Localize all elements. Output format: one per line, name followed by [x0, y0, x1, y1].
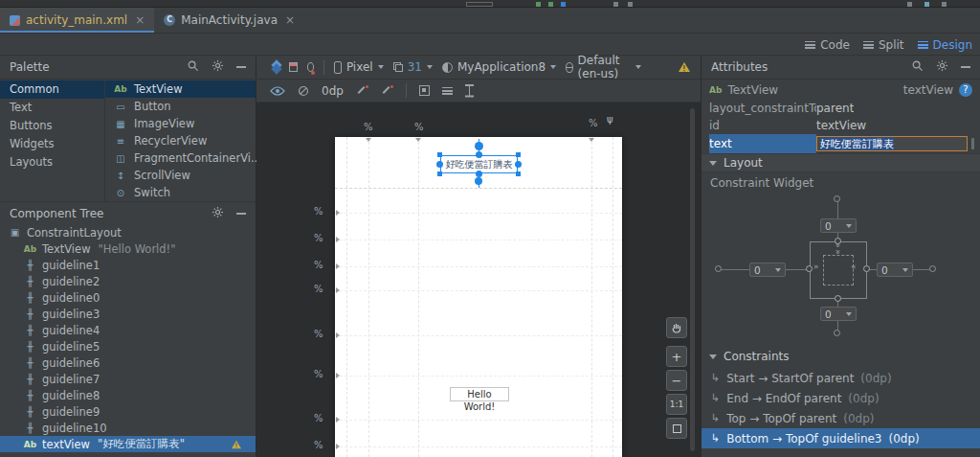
margin-top-dropdown[interactable]: 0 — [820, 218, 857, 233]
tree-item-guideline9[interactable]: ╫guideline9 — [0, 403, 256, 420]
parent-top-anchor[interactable] — [834, 195, 840, 202]
search-icon[interactable] — [187, 59, 199, 75]
guideline-percent-marker[interactable]: % — [314, 233, 323, 243]
pick-resource-icon[interactable] — [971, 138, 974, 149]
property-row-constraint-top[interactable]: layout_constraintTop parent — [702, 100, 980, 117]
top-margin-handle[interactable] — [475, 142, 483, 150]
palette-item-textview[interactable]: AbTextView — [105, 80, 256, 98]
hide-panel-icon[interactable] — [961, 66, 970, 68]
tree-item-guideline10[interactable]: ╫guideline10 — [0, 420, 256, 436]
tree-item-guideline7[interactable]: ╫guideline7 — [0, 371, 256, 387]
tree-item-guideline2[interactable]: ╫guideline2 — [0, 273, 256, 289]
tree-item-constraintlayout[interactable]: ▣ConstraintLayout — [0, 224, 256, 240]
tree-item-textview-selected[interactable]: AbtextView"好吃便當訂購表" — [0, 436, 256, 452]
gear-icon[interactable] — [936, 59, 948, 75]
infer-constraints-icon[interactable] — [381, 84, 393, 97]
mode-code-button[interactable]: Code — [805, 38, 850, 52]
tree-item-guideline8[interactable]: ╫guideline8 — [0, 387, 256, 403]
zoom-in-button[interactable]: + — [666, 346, 687, 367]
device-dropdown[interactable]: Pixel — [334, 60, 384, 74]
palette-category-widgets[interactable]: Widgets — [0, 135, 104, 153]
constraint-item-top[interactable]: ↳Top → TopOf parent(0dp) — [702, 408, 980, 428]
constraint-item-start[interactable]: ↳Start → StartOf parent(0dp) — [702, 368, 980, 388]
pack-icon[interactable] — [419, 85, 430, 96]
api-level-dropdown[interactable]: 31 — [393, 60, 433, 74]
constraint-item-bottom[interactable]: ↳Bottom → TopOf guideline3(0dp) — [702, 428, 980, 448]
design-surface-icon[interactable] — [270, 61, 279, 74]
parent-start-anchor[interactable] — [715, 265, 722, 272]
tab-activity-main-xml[interactable]: activity_main.xml × — [0, 8, 154, 33]
guideline-bottom-anchor[interactable] — [834, 330, 840, 336]
property-row-id[interactable]: id textView — [702, 117, 980, 134]
palette-item-button[interactable]: ▭Button — [105, 98, 256, 115]
design-canvas[interactable]: % % % ψ % % % % % % % % — [256, 103, 701, 457]
guideline-percent-marker[interactable]: % — [314, 260, 323, 270]
property-row-text[interactable]: text 好吃便當訂購表 — [702, 134, 980, 153]
pan-button[interactable] — [666, 317, 687, 338]
zoom-to-fit-button[interactable] — [666, 418, 687, 439]
palette-item-recyclerview[interactable]: ≡RecyclerView — [105, 132, 256, 149]
guideline-percent-marker[interactable]: % — [589, 118, 598, 128]
guidelines-icon[interactable] — [465, 84, 474, 97]
device-artboard[interactable]: 好吃便當訂購表 Hello World! — [335, 137, 622, 457]
resize-handle[interactable] — [516, 171, 521, 176]
margin-end-dropdown[interactable]: 0 — [877, 263, 913, 277]
start-anchor[interactable] — [436, 161, 443, 168]
clear-constraints-icon[interactable] — [356, 84, 368, 97]
lint-warning-icon[interactable] — [678, 61, 691, 73]
resize-handle[interactable] — [516, 152, 521, 157]
guideline-percent-marker[interactable]: % — [314, 284, 323, 294]
hide-panel-icon[interactable] — [236, 66, 246, 68]
locale-dropdown[interactable]: Default (en-us) — [566, 54, 641, 80]
default-margins-dropdown[interactable]: 0dp — [322, 84, 344, 98]
tree-item-guideline0[interactable]: ╫guideline0 — [0, 289, 256, 306]
gear-icon[interactable] — [212, 206, 224, 221]
palette-category-layouts[interactable]: Layouts — [0, 153, 104, 171]
gear-icon[interactable] — [212, 59, 224, 75]
margin-start-dropdown[interactable]: 0 — [749, 263, 786, 277]
tab-mainactivity-java[interactable]: C MainActivity.java × — [154, 8, 304, 33]
tree-item-guideline1[interactable]: ╫guideline1 — [0, 257, 256, 273]
end-anchor[interactable] — [515, 161, 522, 168]
palette-category-buttons[interactable]: Buttons — [0, 117, 104, 135]
tree-item-guideline4[interactable]: ╫guideline4 — [0, 322, 256, 338]
mode-split-button[interactable]: Split — [863, 38, 904, 52]
property-value[interactable]: parent — [816, 102, 854, 115]
palette-item-scrollview[interactable]: ↕ScrollView — [105, 167, 256, 184]
theme-dropdown[interactable]: MyApplication8 — [442, 60, 556, 74]
palette-item-switch[interactable]: ⊙Switch — [105, 184, 256, 201]
palette-item-imageview[interactable]: ▦ImageView — [105, 115, 256, 132]
layout-section-header[interactable]: Layout — [702, 153, 980, 172]
widget-start-anchor[interactable] — [806, 265, 813, 272]
parent-end-anchor[interactable] — [929, 265, 936, 272]
bottom-margin-handle[interactable] — [475, 177, 482, 185]
orientation-icon[interactable] — [289, 62, 298, 72]
widget-top-anchor[interactable] — [835, 238, 841, 244]
night-mode-icon[interactable] — [307, 62, 314, 72]
align-icon[interactable] — [442, 87, 453, 95]
text-value-field[interactable]: 好吃便當訂購表 — [816, 136, 968, 151]
tree-item-guideline3[interactable]: ╫guideline3 — [0, 306, 256, 322]
constraint-widget[interactable]: 0 0 0 0 « « « » — [702, 194, 980, 345]
search-icon[interactable] — [911, 59, 924, 75]
guideline-percent-marker[interactable]: % — [314, 440, 323, 450]
margin-bottom-dropdown[interactable]: 0 — [820, 307, 857, 321]
autoconnect-icon[interactable] — [298, 85, 309, 97]
view-options-icon[interactable] — [270, 86, 285, 96]
canvas-vertical-scrollbar[interactable] — [690, 108, 695, 451]
help-icon[interactable]: ? — [959, 83, 972, 97]
widget-bottom-anchor[interactable] — [835, 295, 841, 302]
hide-panel-icon[interactable] — [236, 213, 246, 215]
constraint-item-end[interactable]: ↳End → EndOf parent(0dp) — [702, 388, 980, 408]
resize-handle[interactable] — [437, 171, 442, 176]
property-value[interactable]: textView — [816, 119, 866, 132]
guideline-percent-marker[interactable]: % — [314, 329, 323, 339]
palette-category-common[interactable]: Common — [0, 80, 104, 99]
zoom-out-button[interactable]: − — [666, 370, 687, 391]
mode-design-button[interactable]: Design — [918, 38, 972, 52]
resize-handle[interactable] — [437, 152, 442, 157]
tree-item-textview-hello[interactable]: AbTextView"Hello World!" — [0, 240, 256, 257]
close-icon[interactable]: × — [285, 13, 295, 27]
tree-item-guideline6[interactable]: ╫guideline6 — [0, 354, 256, 371]
palette-category-text[interactable]: Text — [0, 99, 104, 117]
